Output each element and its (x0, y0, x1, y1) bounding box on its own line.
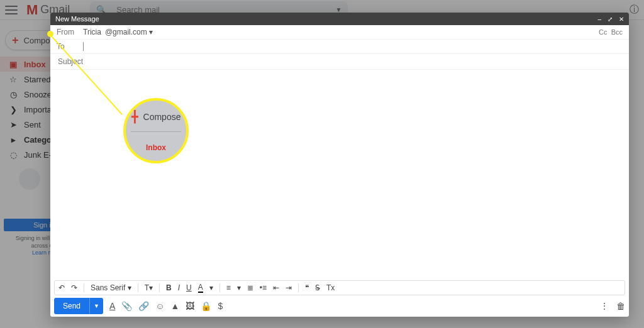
compose-title: New Message (55, 15, 99, 23)
send-button[interactable]: Send ▼ (54, 298, 103, 314)
plus-icon: ╋ (131, 110, 138, 124)
undo-icon[interactable]: ↶ (58, 283, 65, 292)
discard-icon[interactable]: 🗑 (616, 301, 625, 311)
quote-icon[interactable]: ❝ (305, 283, 309, 292)
attach-icon[interactable]: 📎 (121, 301, 132, 311)
callout-zoom-circle: ╋ Compose Inbox (123, 98, 189, 163)
italic-icon[interactable]: I (178, 283, 180, 292)
indent-increase-icon[interactable]: ⇥ (286, 283, 292, 292)
callout-anchor-dot (47, 31, 53, 37)
redo-icon[interactable]: ↷ (71, 283, 77, 292)
bcc-link[interactable]: Bcc (611, 28, 623, 36)
drive-icon[interactable]: ▲ (171, 301, 180, 311)
underline-icon[interactable]: U (186, 283, 192, 292)
cc-link[interactable]: Cc (599, 28, 607, 36)
font-size-icon[interactable]: T▾ (145, 283, 153, 292)
from-row[interactable]: From Tricia @gmail.com ▾ Cc Bcc (50, 25, 629, 40)
compose-titlebar[interactable]: New Message – ⤢ ✕ (50, 13, 629, 25)
compose-body[interactable] (50, 70, 629, 280)
subject-row[interactable] (50, 54, 629, 69)
send-options-dropdown[interactable]: ▼ (89, 298, 103, 314)
money-icon[interactable]: $ (218, 301, 223, 311)
emoji-icon[interactable]: ☺ (155, 301, 164, 311)
align-icon[interactable]: ≡ (226, 283, 231, 292)
indent-decrease-icon[interactable]: ⇤ (273, 283, 279, 292)
confidential-icon[interactable]: 🔒 (201, 301, 211, 311)
expand-icon[interactable]: ⤢ (608, 16, 613, 23)
numbered-list-icon[interactable]: ≣ (247, 283, 253, 292)
bulleted-list-icon[interactable]: •≡ (260, 283, 267, 292)
font-family-select[interactable]: Sans Serif ▾ (91, 283, 131, 292)
to-row[interactable]: To (50, 40, 629, 54)
photo-icon[interactable]: 🖼 (186, 301, 194, 311)
to-input[interactable] (83, 42, 623, 51)
clear-format-icon[interactable]: Tx (326, 283, 335, 292)
strikethrough-icon[interactable]: S̶ (315, 283, 320, 292)
more-options-icon[interactable]: ⋮ (600, 301, 609, 311)
compose-window: New Message – ⤢ ✕ From Tricia @gmail.com… (50, 13, 629, 317)
text-color-icon[interactable]: A (198, 283, 203, 293)
minimize-icon[interactable]: – (597, 16, 601, 23)
link-icon[interactable]: 🔗 (138, 301, 149, 311)
formatting-icon[interactable]: A (109, 301, 115, 311)
close-icon[interactable]: ✕ (619, 16, 624, 23)
formatting-toolbar: ↶ ↷ Sans Serif ▾ T▾ B I U A▾ ≡▾ ≣ •≡ ⇤ ⇥… (54, 280, 625, 295)
bold-icon[interactable]: B (166, 283, 172, 292)
send-bar: Send ▼ A 📎 🔗 ☺ ▲ 🖼 🔒 $ ⋮ 🗑 (50, 295, 629, 317)
subject-input[interactable] (57, 57, 623, 67)
